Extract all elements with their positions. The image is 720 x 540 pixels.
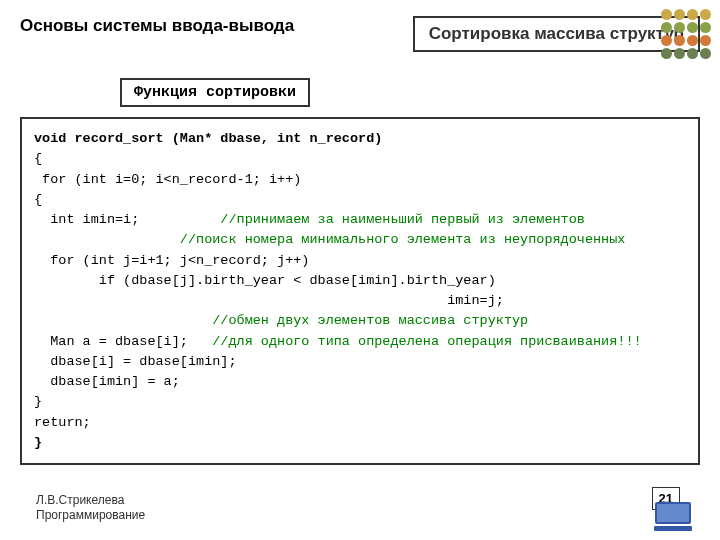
code-block: void record_sort (Man* dbase, int n_reco…: [20, 117, 700, 465]
code-comment: //принимаем за наименьший первый из элем…: [220, 212, 585, 227]
slide-footer: Л.В.Стрикелева Программирование: [36, 493, 145, 524]
course-name: Программирование: [36, 508, 145, 524]
dot: [661, 9, 672, 20]
computer-icon: [654, 502, 692, 530]
author-name: Л.В.Стрикелева: [36, 493, 145, 509]
section-subtitle: Функция сортировки: [120, 78, 310, 107]
slide-title: Сортировка массива структур: [413, 16, 700, 52]
slide-header: Основы системы ввода-вывода Сортировка м…: [0, 0, 720, 60]
code-keyword: void: [34, 131, 66, 146]
breadcrumb: Основы системы ввода-вывода: [20, 16, 413, 36]
decorative-dots: [660, 8, 712, 60]
